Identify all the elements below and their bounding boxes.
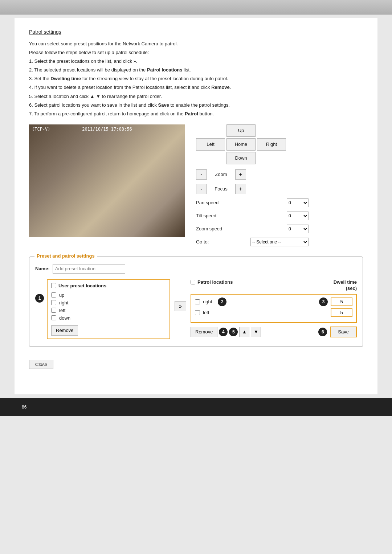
location-down-checkbox[interactable]: [51, 315, 56, 320]
goto-label: Go to:: [196, 239, 229, 245]
goto-select[interactable]: -- Select one --: [250, 238, 309, 246]
camera-protocol: (TCP-V): [32, 127, 50, 132]
patrol-dwell-wrapper: Patrol locations Dwell time(sec) right 2…: [191, 279, 357, 337]
location-item-down: down: [51, 314, 166, 322]
patrol-left-checkbox[interactable]: [195, 310, 200, 315]
name-input[interactable]: [53, 264, 125, 274]
location-left-label: left: [59, 308, 65, 313]
patrol-down-button[interactable]: ▼: [251, 327, 261, 337]
user-preset-col: User preset locations up right left: [47, 279, 170, 339]
patrol-locations-header: Patrol locations: [191, 279, 233, 285]
intro-line2: Please follow the steps below to set up …: [29, 49, 363, 57]
step2: 2. The selected preset locations will be…: [29, 66, 363, 74]
ptz-right-button[interactable]: Right: [257, 138, 286, 151]
ptz-left-button[interactable]: Left: [196, 138, 225, 151]
zoom-row: - Zoom +: [196, 169, 309, 180]
patrol-item-right: right 2 3: [195, 297, 352, 306]
circle-5: 5: [229, 328, 238, 336]
user-remove-button[interactable]: Remove: [51, 325, 78, 336]
patrol-header-row: Patrol locations Dwell time(sec): [191, 279, 357, 292]
footer-bar: 86: [0, 398, 392, 416]
pan-speed-select[interactable]: 012345: [287, 198, 309, 207]
ptz-buttons: Up Left Home Right Down: [196, 124, 309, 164]
location-up-checkbox[interactable]: [51, 292, 56, 297]
focus-minus-button[interactable]: -: [196, 184, 207, 194]
circle-4: 4: [219, 328, 228, 336]
step1: 1. Select the preset locations on the li…: [29, 57, 363, 65]
focus-row: - Focus +: [196, 184, 309, 194]
tilt-speed-label: Tilt speed: [196, 213, 229, 218]
dwell-input-right[interactable]: [331, 297, 352, 306]
ptz-up-button[interactable]: Up: [226, 124, 256, 137]
patrol-up-button[interactable]: ▲: [239, 327, 249, 337]
name-label: Name:: [35, 266, 50, 271]
patrol-right-label: right: [203, 299, 212, 304]
zoom-speed-label: Zoom speed: [196, 226, 229, 231]
patrol-select-all[interactable]: [191, 280, 195, 284]
dwell-time-header: Dwell time(sec): [334, 279, 357, 292]
step7: 7. To perform a pre-configured patrol, r…: [29, 110, 363, 118]
tilt-speed-row: Tilt speed 012345: [196, 212, 309, 220]
top-bar: [0, 0, 392, 15]
circle-3: 3: [319, 297, 328, 306]
user-preset-header: User preset locations: [51, 283, 166, 288]
pan-speed-row: Pan speed 012345: [196, 198, 309, 207]
circle-6: 6: [318, 328, 327, 336]
user-preset-header-label: User preset locations: [58, 283, 106, 288]
close-button[interactable]: Close: [29, 360, 53, 369]
zoom-speed-row: Zoom speed 012345: [196, 225, 309, 233]
location-item-right: right: [51, 299, 166, 307]
section-heading: Patrol settings: [29, 29, 363, 35]
zoom-plus-button[interactable]: +: [235, 169, 246, 180]
circle-2: 2: [218, 297, 226, 306]
user-preset-select-all[interactable]: [51, 283, 56, 288]
patrol-left-label: left: [203, 310, 209, 315]
controls-panel: Up Left Home Right Down - Zoom +: [196, 124, 309, 248]
patrol-bottom-row: Remove 4 5 ▲ ▼ 6 Save: [191, 327, 357, 337]
zoom-label: Zoom: [208, 172, 234, 177]
goto-row: Go to: -- Select one --: [196, 238, 309, 246]
focus-label: Focus: [208, 186, 234, 192]
step4: 4. If you want to delete a preset locati…: [29, 83, 363, 91]
name-row: Name:: [35, 264, 357, 274]
focus-plus-button[interactable]: +: [235, 184, 246, 194]
location-item-up: up: [51, 291, 166, 299]
camera-datetime: 2011/10/15 17:08:56: [82, 127, 132, 132]
locations-section: 1 User preset locations up right: [35, 279, 357, 339]
preset-box: Preset and patrol settings Name: 1 User …: [29, 257, 363, 347]
ptz-home-button[interactable]: Home: [226, 138, 256, 151]
camera-controls-row: (TCP-V) 2011/10/15 17:08:56 Up Left Home…: [29, 124, 363, 248]
dwell-input-left[interactable]: [331, 308, 352, 317]
location-up-label: up: [59, 292, 64, 298]
page-number: 86: [22, 405, 26, 410]
step3: 3. Set the Dwelling time for the streami…: [29, 75, 363, 83]
patrol-right-checkbox[interactable]: [195, 299, 200, 304]
circle-1: 1: [35, 294, 44, 303]
patrol-item-left: left: [195, 308, 352, 317]
content-area: Patrol settings You can select some pres…: [15, 18, 377, 394]
instructions: You can select some preset positions for…: [29, 40, 363, 118]
zoom-minus-button[interactable]: -: [196, 169, 207, 180]
camera-feed: (TCP-V) 2011/10/15 17:08:56: [29, 124, 185, 237]
location-right-checkbox[interactable]: [51, 300, 56, 305]
ptz-down-button[interactable]: Down: [226, 152, 256, 164]
intro-line1: You can select some preset positions for…: [29, 40, 363, 48]
camera-image: [29, 124, 185, 237]
save-button[interactable]: Save: [330, 327, 357, 337]
pan-speed-label: Pan speed: [196, 200, 229, 205]
arrow-col: »: [170, 279, 191, 311]
zoom-speed-select[interactable]: 012345: [287, 225, 309, 233]
step6: 6. Select patrol locations you want to s…: [29, 101, 363, 109]
location-right-label: right: [59, 300, 68, 305]
location-left-checkbox[interactable]: [51, 308, 56, 313]
tilt-speed-select[interactable]: 012345: [287, 212, 309, 220]
location-down-label: down: [59, 315, 70, 321]
move-to-patrol-button[interactable]: »: [175, 301, 186, 311]
location-item-left: left: [51, 307, 166, 314]
step5: 5. Select a location and click ▲ ▼ to re…: [29, 93, 363, 100]
patrol-col: right 2 3 left: [191, 294, 357, 323]
page-wrapper: Patrol settings You can select some pres…: [0, 0, 392, 554]
patrol-remove-button[interactable]: Remove: [191, 327, 217, 337]
preset-box-title: Preset and patrol settings: [34, 253, 97, 259]
patrol-header-label: Patrol locations: [197, 279, 233, 285]
